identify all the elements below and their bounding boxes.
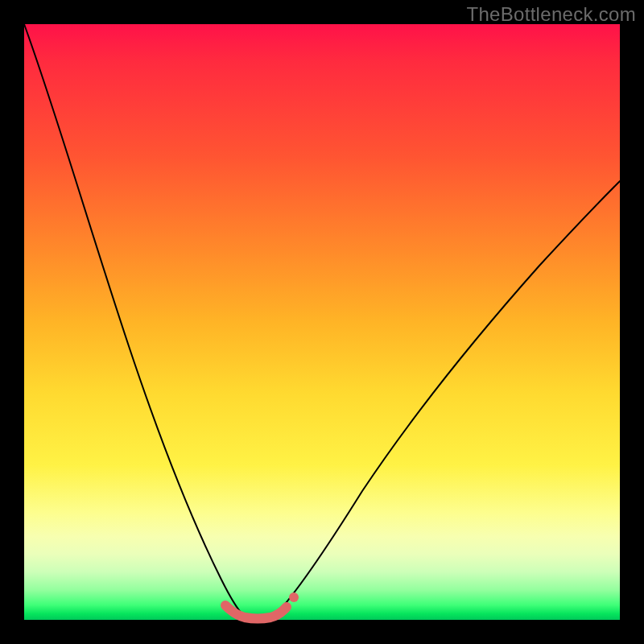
highlighted-optimum-band xyxy=(225,605,287,619)
watermark-text: TheBottleneck.com xyxy=(466,3,636,26)
curve-left-branch xyxy=(24,24,243,615)
curve-right-branch xyxy=(275,181,620,615)
curve-overlay xyxy=(24,24,620,620)
salmon-end-dot xyxy=(289,592,299,602)
plot-area xyxy=(24,24,620,620)
chart-frame: TheBottleneck.com xyxy=(0,0,644,644)
